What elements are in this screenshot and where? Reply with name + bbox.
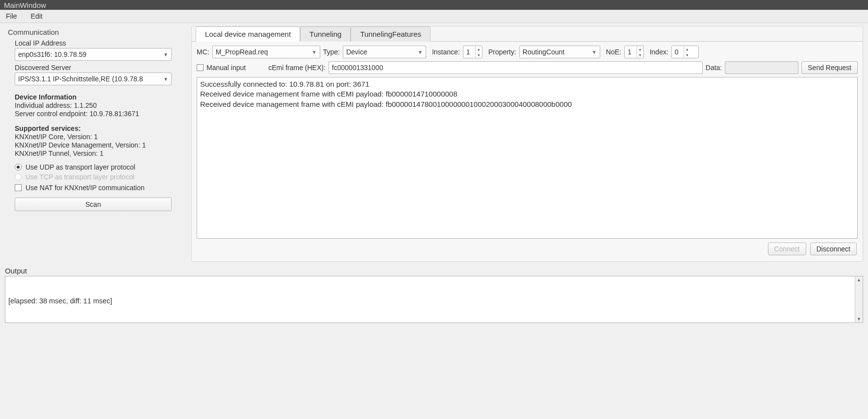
spin-up-icon[interactable]: ▲: [476, 46, 482, 52]
output-line: [elapsed: 38 msec, diff: 11 msec]: [8, 296, 860, 306]
scroll-up-icon[interactable]: ▲: [856, 276, 862, 283]
noe-label: NoE:: [606, 48, 621, 56]
tab-tunneling[interactable]: Tunneling: [300, 26, 351, 42]
output-group: Output [elapsed: 38 msec, diff: 11 msec]…: [0, 267, 868, 328]
check-nat-row[interactable]: Use NAT for KNXnet/IP communication: [15, 184, 183, 192]
index-label: Index:: [650, 48, 668, 56]
discovered-server-label: Discovered Server: [15, 64, 183, 72]
check-nat-label: Use NAT for KNXnet/IP communication: [26, 184, 145, 192]
discovered-server-value: IPS/S3.1.1 IP-Schnittstelle,RE (10.9.78.…: [18, 75, 143, 83]
tab-local-device-management[interactable]: Local device management: [196, 26, 300, 42]
instance-label: Instance:: [432, 48, 460, 56]
local-ip-combo[interactable]: enp0s31f6: 10.9.78.59 ▼: [15, 48, 172, 61]
scroll-down-icon[interactable]: ▼: [856, 316, 862, 322]
send-request-button[interactable]: Send Request: [801, 61, 858, 74]
window-titlebar: MainWindow: [0, 0, 868, 10]
type-value: Device: [346, 48, 367, 56]
individual-address: Individual address: 1.1.250: [15, 101, 183, 109]
connect-button: Connect: [768, 243, 806, 255]
cemi-label: cEmi frame (HEX):: [268, 64, 326, 72]
instance-spinner[interactable]: 1 ▲▼: [463, 46, 483, 58]
property-value: RoutingCount: [523, 48, 565, 56]
output-textarea[interactable]: [elapsed: 38 msec, diff: 11 msec] Receiv…: [5, 276, 863, 323]
noe-value: 1: [625, 46, 637, 58]
output-title: Output: [5, 267, 863, 275]
mc-select[interactable]: M_PropRead.req ▼: [212, 46, 320, 58]
log-line: Successfully connected to: 10.9.78.81 on…: [200, 79, 854, 89]
tab-tunneling-features[interactable]: TunnelingFeatures: [351, 26, 431, 42]
chevron-down-icon: ▼: [592, 49, 597, 55]
log-line: Received device management frame with cE…: [200, 99, 854, 109]
radio-udp-row[interactable]: Use UDP as transport layer protocol: [15, 163, 183, 171]
menu-edit[interactable]: Edit: [28, 11, 46, 21]
tabs: Local device management Tunneling Tunnel…: [192, 26, 863, 41]
mc-value: M_PropRead.req: [216, 48, 268, 56]
spin-down-icon[interactable]: ▼: [476, 52, 482, 58]
device-information: Device Information Individual address: 1…: [15, 93, 183, 157]
radio-udp-label: Use UDP as transport layer protocol: [26, 163, 135, 171]
spin-up-icon[interactable]: ▲: [637, 46, 643, 52]
discovered-server-combo[interactable]: IPS/S3.1.1 IP-Schnittstelle,RE (10.9.78.…: [15, 73, 172, 85]
property-select[interactable]: RoutingCount ▼: [519, 46, 600, 58]
service-device-mgmt: KNXnet/IP Device Management, Version: 1: [15, 141, 183, 149]
check-nat[interactable]: [15, 184, 22, 191]
radio-udp[interactable]: [15, 164, 22, 171]
chevron-down-icon: ▼: [312, 49, 317, 55]
service-tunnel: KNXnet/IP Tunnel, Version: 1: [15, 149, 183, 157]
scan-button[interactable]: Scan: [15, 197, 172, 211]
local-ip-value: enp0s31f6: 10.9.78.59: [18, 50, 86, 58]
communication-title: Communication: [8, 28, 183, 36]
disconnect-button[interactable]: Disconnect: [810, 243, 857, 255]
mc-label: MC:: [197, 48, 209, 56]
chevron-down-icon: ▼: [163, 76, 168, 82]
data-label: Data:: [706, 64, 722, 72]
content-area: Local device management Tunneling Tunnel…: [191, 26, 863, 262]
type-label: Type:: [323, 48, 340, 56]
index-value: 0: [672, 46, 684, 58]
type-select[interactable]: Device ▼: [343, 46, 426, 58]
scrollbar[interactable]: ▲ ▼: [855, 276, 863, 322]
noe-spinner[interactable]: 1 ▲▼: [624, 46, 644, 58]
property-label: Property:: [488, 48, 516, 56]
radio-tcp-label: Use TCP as transport layer protocol: [26, 173, 134, 181]
spin-down-icon[interactable]: ▼: [684, 52, 690, 58]
menu-file[interactable]: File: [3, 11, 20, 21]
menubar: File Edit: [0, 10, 868, 23]
chevron-down-icon: ▼: [418, 49, 423, 55]
manual-input-check[interactable]: [197, 64, 204, 71]
cemi-frame-value: fc000001331000: [332, 64, 383, 72]
spin-up-icon[interactable]: ▲: [684, 46, 690, 52]
supported-services-header: Supported services:: [15, 124, 81, 132]
instance-value: 1: [463, 46, 475, 58]
log-line: Received device management frame with cE…: [200, 89, 854, 99]
chevron-down-icon: ▼: [163, 52, 168, 57]
device-info-header: Device Information: [15, 93, 77, 101]
local-ip-label: Local IP Address: [15, 39, 183, 47]
radio-tcp: [15, 173, 22, 180]
service-core: KNXnet/IP Core, Version: 1: [15, 133, 183, 141]
tab-panel-local: MC: M_PropRead.req ▼ Type: Device ▼ Inst…: [192, 41, 863, 261]
manual-input-label: Manual input: [206, 64, 246, 72]
window-title: MainWindow: [4, 1, 46, 9]
log-output[interactable]: Successfully connected to: 10.9.78.81 on…: [197, 77, 858, 239]
spin-down-icon[interactable]: ▼: [637, 52, 643, 58]
data-input: [725, 61, 798, 74]
communication-group: Communication Local IP Address enp0s31f6…: [5, 26, 186, 213]
server-control-endpoint: Server control endpoint: 10.9.78.81:3671: [15, 110, 183, 118]
radio-tcp-row: Use TCP as transport layer protocol: [15, 173, 183, 181]
cemi-frame-input[interactable]: fc000001331000: [329, 61, 703, 74]
index-spinner[interactable]: 0 ▲▼: [671, 46, 699, 58]
